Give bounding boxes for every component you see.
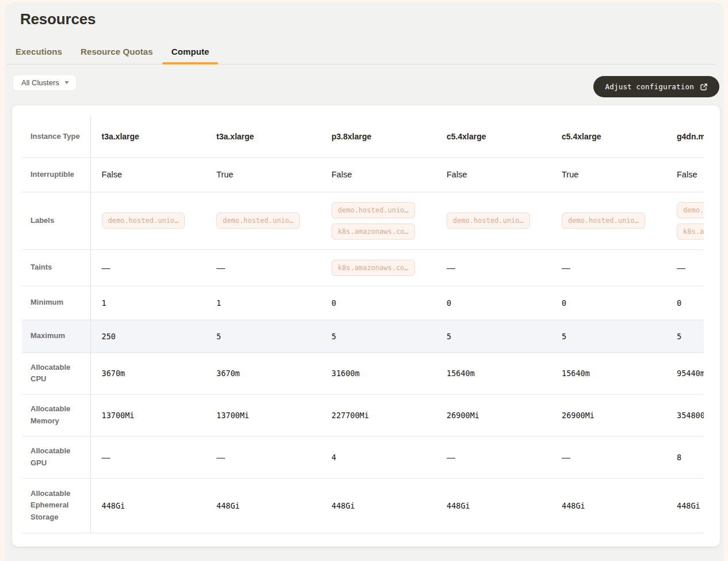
- cell-value: 227700Mi: [331, 411, 369, 420]
- cell-allocatable-cpu-5: 15640m: [551, 352, 666, 394]
- table-row-allocatable-cpu: Allocatable CPU3670m3670m31600m15640m156…: [22, 352, 704, 394]
- cell-value: 95440m: [677, 369, 704, 378]
- cell-value: 448Gi: [562, 501, 585, 510]
- empty-value: —: [562, 263, 570, 272]
- row-header-allocatable-memory: Allocatable Memory: [22, 394, 90, 436]
- tab-compute[interactable]: Compute: [162, 40, 219, 64]
- table-scroll-area[interactable]: Instance Typet3a.xlarget3a.xlargep3.8xla…: [22, 116, 704, 533]
- label-chip: demo.hosted.unio…: [216, 213, 300, 229]
- cell-value: 5: [562, 332, 566, 341]
- cell-allocatable-ephemeral-storage-1: 448Gi: [90, 478, 205, 533]
- cell-allocatable-memory-6: 354800Mi: [666, 394, 704, 436]
- cell-allocatable-gpu-3: 4: [321, 436, 436, 478]
- cell-value: 354800Mi: [677, 411, 704, 420]
- cell-allocatable-cpu-1: 3670m: [90, 352, 205, 394]
- compute-table: Instance Typet3a.xlarget3a.xlargep3.8xla…: [22, 116, 704, 533]
- instance-type-value: c5.4xlarge: [562, 132, 601, 141]
- cell-taints-6: —: [666, 249, 704, 286]
- cell-allocatable-ephemeral-storage-5: 448Gi: [551, 478, 666, 533]
- row-header-maximum: Maximum: [22, 320, 90, 352]
- cell-allocatable-ephemeral-storage-2: 448Gi: [205, 478, 321, 533]
- row-header-minimum: Minimum: [22, 286, 90, 320]
- cell-allocatable-cpu-4: 15640m: [436, 352, 551, 394]
- cell-minimum-6: 0: [666, 286, 704, 320]
- cell-maximum-4: 5: [436, 320, 551, 352]
- cell-minimum-1: 1: [90, 286, 205, 320]
- cell-value: False: [102, 170, 122, 179]
- table-row-instance-type: Instance Typet3a.xlarget3a.xlargep3.8xla…: [22, 116, 704, 157]
- cell-value: —: [447, 452, 455, 462]
- cell-value: —: [562, 452, 570, 462]
- cell-labels-4: demo.hosted.unio…: [436, 192, 551, 249]
- cell-value: 0: [562, 298, 566, 308]
- cell-instance-type-2: t3a.xlarge: [205, 116, 321, 157]
- chevron-down-icon: [64, 81, 69, 84]
- cell-value: 250: [102, 332, 116, 341]
- cell-value: 4: [331, 453, 336, 462]
- cell-allocatable-cpu-2: 3670m: [205, 352, 321, 394]
- cell-instance-type-5: c5.4xlarge: [551, 116, 666, 157]
- row-header-allocatable-cpu: Allocatable CPU: [22, 352, 90, 394]
- cell-allocatable-memory-2: 13700Mi: [205, 394, 321, 436]
- tab-resource-quotas[interactable]: Resource Quotas: [71, 40, 162, 64]
- cell-taints-2: —: [205, 249, 321, 286]
- cell-value: —: [216, 452, 225, 462]
- cell-value: True: [562, 170, 578, 179]
- label-chip: k8s.amazonaws.co…: [677, 223, 704, 240]
- label-chip: k8s.amazonaws.co…: [331, 223, 415, 240]
- cell-value: 15640m: [447, 369, 475, 378]
- adjust-configuration-button[interactable]: Adjust configuration: [593, 76, 719, 97]
- cell-taints-3: k8s.amazonaws.co…: [321, 249, 436, 286]
- cell-instance-type-6: g4dn.metal: [666, 116, 704, 157]
- cell-value: 448Gi: [216, 501, 240, 510]
- cell-value: 1: [216, 298, 221, 308]
- cell-allocatable-gpu-5: —: [551, 436, 666, 478]
- row-header-interruptible: Interruptible: [22, 157, 90, 192]
- cell-allocatable-ephemeral-storage-3: 448Gi: [321, 478, 436, 533]
- tab-bar: ExecutionsResource QuotasCompute: [6, 40, 716, 65]
- cell-value: 448Gi: [102, 501, 125, 510]
- cell-allocatable-cpu-6: 95440m: [666, 352, 704, 394]
- cell-value: 1: [102, 298, 106, 308]
- table-row-allocatable-memory: Allocatable Memory13700Mi13700Mi227700Mi…: [22, 394, 704, 436]
- cell-interruptible-2: True: [205, 157, 321, 192]
- external-link-icon: [700, 83, 708, 91]
- table-row-taints: Taints——k8s.amazonaws.co…———: [22, 249, 704, 286]
- instance-type-value: t3a.xlarge: [102, 132, 139, 141]
- cell-allocatable-gpu-6: 8: [666, 436, 704, 478]
- toolbar: All Clusters Adjust configuration: [13, 74, 719, 97]
- cell-taints-4: —: [436, 249, 551, 286]
- table-row-maximum: Maximum25055555: [22, 320, 704, 352]
- cell-allocatable-memory-5: 26900Mi: [551, 394, 666, 436]
- cell-value: 26900Mi: [447, 411, 479, 420]
- row-header-allocatable-gpu: Allocatable GPU: [22, 436, 90, 478]
- table-row-allocatable-ephemeral-storage: Allocatable Ephemeral Storage448Gi448Gi4…: [22, 478, 704, 533]
- cell-value: 26900Mi: [562, 411, 594, 420]
- table-row-allocatable-gpu: Allocatable GPU——4——8: [22, 436, 704, 478]
- cell-maximum-2: 5: [205, 320, 321, 352]
- cell-labels-5: demo.hosted.unio…: [551, 192, 666, 249]
- cell-maximum-1: 250: [90, 320, 205, 352]
- cell-value: 5: [677, 332, 681, 341]
- cell-allocatable-gpu-1: —: [90, 436, 205, 478]
- cell-instance-type-3: p3.8xlarge: [321, 116, 436, 157]
- cell-minimum-2: 1: [205, 286, 321, 320]
- taint-chip: k8s.amazonaws.co…: [331, 260, 415, 276]
- tab-executions[interactable]: Executions: [6, 40, 71, 64]
- cell-value: 0: [331, 298, 336, 308]
- cell-allocatable-memory-3: 227700Mi: [321, 394, 436, 436]
- label-chip: demo.hosted.unio…: [562, 213, 645, 229]
- cell-minimum-3: 0: [321, 286, 436, 320]
- cell-value: False: [447, 170, 467, 179]
- cell-maximum-6: 5: [666, 320, 704, 352]
- empty-value: —: [216, 263, 225, 272]
- cell-allocatable-cpu-3: 31600m: [321, 352, 436, 394]
- cluster-filter-dropdown[interactable]: All Clusters: [13, 74, 77, 91]
- label-chip: demo.hosted.unio…: [102, 213, 185, 229]
- empty-value: —: [447, 263, 455, 272]
- cell-maximum-3: 5: [321, 320, 436, 352]
- compute-table-card: Instance Typet3a.xlarget3a.xlargep3.8xla…: [12, 105, 720, 547]
- page-title: Resources: [5, 2, 723, 28]
- instance-type-value: t3a.xlarge: [216, 132, 254, 141]
- cell-value: 448Gi: [677, 501, 700, 510]
